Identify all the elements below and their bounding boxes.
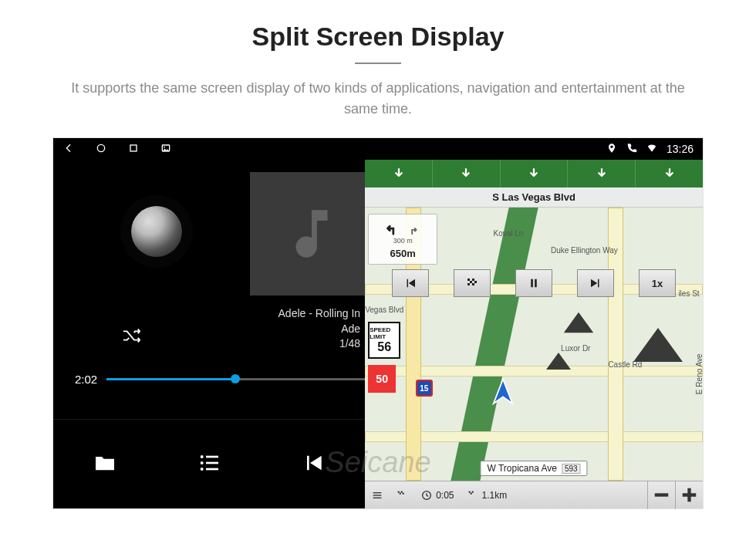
svg-rect-13 [474, 281, 477, 283]
progress-bar[interactable] [106, 378, 365, 380]
svg-rect-28 [470, 492, 471, 494]
map-label: Luxor Dr [561, 344, 590, 353]
building-icon [564, 312, 593, 333]
map-label: Castle Rd [608, 360, 642, 369]
turn-card: 300 m 650m [368, 214, 437, 265]
svg-rect-26 [468, 491, 470, 492]
svg-rect-19 [373, 495, 382, 495]
lane-arrow [500, 160, 568, 187]
track-title: Adele - Rolling In [278, 306, 361, 322]
footer-distance: 1.1km [461, 481, 514, 508]
map-label: E Reno Ave [695, 354, 703, 395]
sim-speed-button[interactable]: 1x [639, 269, 676, 297]
footer-flag-icon [390, 481, 414, 508]
svg-point-0 [97, 144, 104, 151]
svg-rect-20 [373, 497, 382, 498]
sim-flag-button[interactable] [454, 269, 491, 297]
sim-prev-button[interactable] [392, 269, 429, 297]
road-header: S Las Vegas Blvd [365, 187, 703, 208]
phone-icon [626, 143, 637, 156]
lane-arrow [567, 160, 635, 187]
music-bottom-bar [53, 419, 365, 508]
svg-rect-12 [470, 281, 472, 283]
svg-rect-7 [206, 461, 218, 464]
svg-point-6 [201, 461, 204, 464]
current-position-arrow [487, 377, 519, 412]
sim-control-strip: 1x [392, 269, 676, 297]
page-description: It supports the same screen display of t… [54, 78, 702, 120]
speed-limit-label: SPEED LIMIT [370, 326, 399, 340]
svg-point-4 [201, 455, 204, 458]
shuffle-button[interactable] [122, 326, 145, 348]
svg-rect-10 [467, 279, 470, 281]
footer-menu-button[interactable] [365, 481, 390, 508]
map-label: iles St [678, 289, 699, 298]
route-shield: 50 [368, 365, 396, 393]
album-art-placeholder [250, 172, 373, 296]
svg-rect-21 [398, 491, 400, 492]
svg-rect-27 [471, 491, 473, 492]
speed-limit-value: 56 [377, 340, 391, 354]
prev-track-button[interactable] [301, 451, 326, 478]
home-circle-icon[interactable] [95, 142, 107, 157]
svg-rect-14 [467, 283, 470, 285]
svg-rect-11 [472, 279, 474, 281]
elapsed-time: 2:02 [75, 373, 97, 386]
svg-rect-9 [206, 468, 218, 470]
nav-pane: S Las Vegas Blvd 15 Koval Ln Duke Elling… [365, 160, 703, 508]
svg-point-3 [164, 146, 165, 147]
back-icon[interactable] [62, 142, 75, 157]
track-index: 1/48 [278, 336, 361, 352]
svg-rect-18 [373, 492, 382, 493]
status-bar: 13:26 [53, 138, 703, 160]
lane-guidance-strip [365, 160, 703, 187]
svg-rect-22 [401, 491, 403, 492]
lane-arrow [635, 160, 703, 187]
svg-rect-1 [130, 145, 137, 151]
recents-square-icon[interactable] [127, 142, 140, 157]
lane-arrow [365, 160, 432, 187]
footer-eta-time: 0:05 [414, 481, 460, 508]
device-screen: 13:26 Adele - Rolling In Ade 1/48 2:02 [53, 138, 703, 508]
clock-label: 13:26 [667, 143, 694, 155]
lane-arrow [432, 160, 500, 187]
music-pane: Adele - Rolling In Ade 1/48 2:02 [53, 160, 365, 508]
building-icon [546, 353, 571, 370]
interstate-shield: 15 [416, 380, 433, 397]
svg-rect-23 [400, 492, 401, 494]
map-label: Duke Ellington Way [551, 246, 618, 255]
list-button[interactable] [197, 451, 221, 478]
svg-rect-17 [535, 279, 537, 288]
progress-row: 2:02 [75, 373, 365, 386]
page-title: Split Screen Display [0, 22, 756, 52]
svg-point-8 [201, 468, 204, 471]
street-pill: W Tropicana Ave 593 [480, 461, 587, 476]
title-underline [355, 62, 401, 64]
sim-next-button[interactable] [577, 269, 614, 297]
svg-rect-5 [206, 455, 218, 458]
zoom-in-button[interactable] [675, 481, 703, 509]
location-icon [606, 143, 617, 156]
map-label: Vegas Blvd [365, 306, 403, 314]
speed-limit-sign: SPEED LIMIT 56 [368, 322, 400, 359]
turn-left-icon [383, 220, 400, 237]
dial-knob[interactable] [131, 206, 182, 257]
wifi-icon [646, 143, 657, 156]
zoom-out-button[interactable] [647, 481, 675, 509]
track-artist: Ade [278, 322, 361, 337]
sim-pause-button[interactable] [515, 269, 552, 297]
image-icon [160, 142, 172, 157]
building-icon [633, 328, 683, 362]
street-name: W Tropicana Ave [487, 463, 557, 474]
track-metadata: Adele - Rolling In Ade 1/48 [278, 306, 361, 352]
svg-rect-24 [403, 492, 404, 494]
svg-rect-16 [531, 279, 533, 288]
turn-distance: 650m [390, 248, 416, 259]
street-tag: 593 [562, 464, 581, 474]
turn-right-small-icon [405, 220, 422, 237]
folder-button[interactable] [93, 451, 117, 478]
map-label: Koval Ln [494, 229, 524, 238]
svg-rect-15 [472, 283, 474, 285]
music-note-icon [280, 202, 343, 265]
next-turn-distance: 300 m [393, 237, 413, 245]
